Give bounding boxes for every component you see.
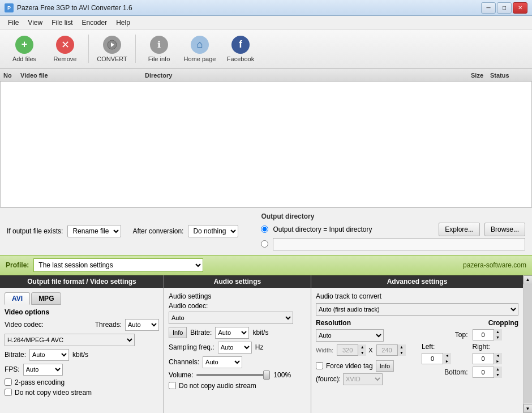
convert-button[interactable]: CONVERT xyxy=(92,32,132,66)
force-video-tag-checkbox[interactable] xyxy=(316,362,323,369)
video-codec-dropdown[interactable]: H.264/MPEG-4 AVCMPEG-4MPEG-2Copy xyxy=(5,334,135,346)
resolution-dropdown[interactable]: Auto 640x480 1280x720 xyxy=(316,329,384,342)
audio-codec-select-row: AutoMP3AACCopy xyxy=(169,312,306,324)
crop-left-btns: ◄ ► xyxy=(443,353,451,364)
audio-track-label: Audio track to convert xyxy=(316,292,381,300)
scroll-down-btn[interactable]: ▼ xyxy=(524,404,533,413)
menu-file[interactable]: File xyxy=(3,18,23,28)
crop-top-up-btn[interactable]: ▲ xyxy=(494,329,502,335)
convert-label: CONVERT xyxy=(97,56,127,62)
width-up-btn[interactable]: ▲ xyxy=(358,344,366,350)
menu-encoder[interactable]: Encoder xyxy=(77,18,111,28)
crop-right-up-btn[interactable]: ◄ xyxy=(494,353,502,359)
height-input[interactable] xyxy=(377,345,397,355)
output-dir-section: Output directory Output directory = Inpu… xyxy=(261,212,525,250)
crop-left-down-btn[interactable]: ► xyxy=(443,359,451,364)
scroll-up-btn[interactable]: ▲ xyxy=(524,275,533,284)
volume-slider-thumb[interactable] xyxy=(263,371,270,380)
file-info-button[interactable]: ℹ File info xyxy=(139,32,179,66)
width-height-row: Width: ▲ ▼ X xyxy=(316,344,413,356)
codec-row: Video codec: Threads: Auto124 xyxy=(5,319,159,331)
width-down-btn[interactable]: ▼ xyxy=(358,350,366,356)
audio-nocopy-row: Do not copy audio stream xyxy=(169,382,306,390)
width-label: Width: xyxy=(316,347,333,354)
fourcc-dropdown[interactable]: XVID DX50 DIVX xyxy=(343,373,383,385)
crop-left-input[interactable] xyxy=(422,354,443,364)
crop-bottom-down-btn[interactable]: ▼ xyxy=(494,372,502,378)
radio-input-dir[interactable] xyxy=(261,225,268,233)
codec-label: Video codec: xyxy=(5,321,44,329)
right-panel-inner: Advanced settings Audio track to convert… xyxy=(311,275,523,414)
tab-mpg[interactable]: MPG xyxy=(31,292,61,305)
force-tag-info-button[interactable]: Info xyxy=(376,360,394,372)
audio-bitrate-dropdown[interactable]: Auto128192256 xyxy=(215,327,249,339)
nocopy-checkbox[interactable] xyxy=(5,389,12,396)
resolution-select-row: Auto 640x480 1280x720 xyxy=(316,329,413,342)
sampling-dropdown[interactable]: Auto4410048000 xyxy=(218,342,252,354)
if-exists-dropdown[interactable]: Rename file Overwrite Skip xyxy=(67,225,121,237)
tab-avi[interactable]: AVI xyxy=(5,292,30,305)
height-up-btn[interactable]: ▲ xyxy=(398,344,406,350)
bitrate-label: Bitrate: xyxy=(5,351,26,359)
fps-dropdown[interactable]: Auto242530 xyxy=(23,364,63,376)
audio-nocopy-checkbox[interactable] xyxy=(169,382,176,389)
output-dir-row1: Output directory = Input directory Explo… xyxy=(261,223,525,236)
crop-right-down-btn[interactable]: ► xyxy=(494,359,502,364)
twopass-checkbox[interactable] xyxy=(5,378,12,386)
explore-button[interactable]: Explore... xyxy=(439,223,480,236)
crop-top-down-btn[interactable]: ▼ xyxy=(494,335,502,340)
force-video-tag-label: Force video tag xyxy=(326,362,373,370)
minimize-button[interactable]: ─ xyxy=(481,2,496,14)
audio-track-select-row: Auto (first audio track) Track 1 Track 2 xyxy=(316,303,518,316)
volume-slider-fill xyxy=(196,374,270,376)
audio-track-label-row: Audio track to convert xyxy=(316,292,518,300)
menu-file-list[interactable]: File list xyxy=(47,18,77,28)
channels-dropdown[interactable]: Auto12 xyxy=(203,356,242,368)
audio-info-button[interactable]: Info xyxy=(169,327,187,338)
height-spinbox: ▲ ▼ xyxy=(376,344,405,356)
threads-dropdown[interactable]: Auto124 xyxy=(125,319,159,331)
title-bar-text: Pazera Free 3GP to AVI Converter 1.6 xyxy=(17,4,132,12)
left-panel: Output file format / Video settings AVI … xyxy=(0,275,164,414)
audio-bitrate-label: Bitrate: xyxy=(190,329,212,337)
menu-view[interactable]: View xyxy=(23,18,47,28)
audio-codec-dropdown[interactable]: AutoMP3AACCopy xyxy=(169,312,293,324)
menu-help[interactable]: Help xyxy=(111,18,135,28)
browse-button[interactable]: Browse... xyxy=(484,223,525,236)
bitrate-dropdown[interactable]: Auto128256512 xyxy=(29,349,69,361)
channels-row: Channels: Auto12 xyxy=(169,356,306,368)
custom-dir-input[interactable]: C:\Users\VMS\Desktop xyxy=(273,238,525,250)
file-info-label: File info xyxy=(148,56,170,62)
crop-top-label: Top: xyxy=(422,331,468,339)
close-button[interactable]: ✕ xyxy=(513,2,527,14)
facebook-button[interactable]: f Facebook xyxy=(221,32,260,66)
profile-left: Profile: The last session settings Defau… xyxy=(6,258,203,272)
toolbar-separator-1 xyxy=(88,35,89,63)
height-down-btn[interactable]: ▼ xyxy=(398,350,406,356)
volume-slider[interactable] xyxy=(196,374,270,376)
audio-track-dropdown[interactable]: Auto (first audio track) Track 1 Track 2 xyxy=(316,303,518,316)
add-files-button[interactable]: + Add files xyxy=(5,32,44,66)
title-bar-left: P Pazera Free 3GP to AVI Converter 1.6 xyxy=(5,3,132,12)
right-panel-scrollbar[interactable]: ▲ ▼ xyxy=(523,275,532,414)
remove-button[interactable]: ✕ Remove xyxy=(45,32,85,66)
facebook-icon: f xyxy=(231,36,250,54)
after-conversion-dropdown[interactable]: Do nothing Shutdown Hibernate xyxy=(188,225,238,237)
crop-top-input[interactable] xyxy=(473,330,494,340)
force-tag-check-row: Force video tag Info xyxy=(316,360,413,372)
settings-left: If output file exists: Rename file Overw… xyxy=(7,225,238,237)
title-bar: P Pazera Free 3GP to AVI Converter 1.6 ─… xyxy=(0,0,532,16)
width-input[interactable] xyxy=(337,345,358,355)
profile-dropdown[interactable]: The last session settings Default Custom xyxy=(33,258,203,272)
home-page-button[interactable]: ⌂ Home page xyxy=(180,32,220,66)
toolbar: + Add files ✕ Remove CONVERT ℹ File info… xyxy=(0,29,532,69)
radio-custom-dir[interactable] xyxy=(261,240,268,248)
width-spinbox: ▲ ▼ xyxy=(337,344,365,356)
crop-left-up-btn[interactable]: ◄ xyxy=(443,353,451,359)
crop-bottom-up-btn[interactable]: ▲ xyxy=(494,367,502,372)
crop-bottom-input[interactable] xyxy=(473,367,494,377)
maximize-button[interactable]: □ xyxy=(497,2,512,14)
crop-right-input[interactable] xyxy=(473,354,494,364)
home-icon: ⌂ xyxy=(191,36,209,54)
cropping-section: Cropping Top: ▲ ▼ Left xyxy=(422,319,518,385)
